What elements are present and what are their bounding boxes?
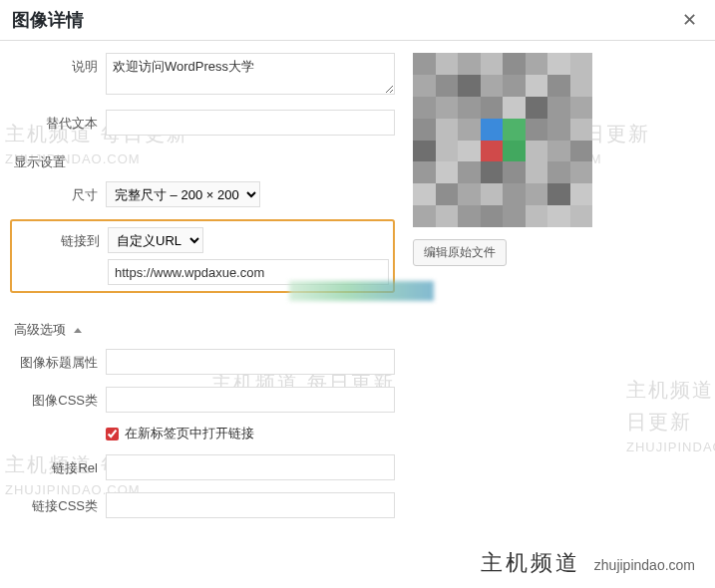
- size-select[interactable]: 完整尺寸 – 200 × 200: [106, 181, 260, 207]
- link-css-label: 链接CSS类: [10, 492, 106, 515]
- modal-title: 图像详情: [12, 8, 84, 32]
- linkto-select[interactable]: 自定义URL: [108, 227, 203, 253]
- size-label: 尺寸: [10, 181, 106, 204]
- image-preview: [413, 53, 592, 227]
- link-rel-label: 链接Rel: [10, 454, 106, 477]
- link-rel-input[interactable]: [106, 454, 395, 480]
- redaction-overlay: [289, 281, 434, 301]
- link-css-input[interactable]: [106, 492, 395, 518]
- alt-input[interactable]: [106, 110, 395, 136]
- title-attr-input[interactable]: [106, 349, 395, 375]
- title-attr-label: 图像标题属性: [10, 349, 106, 372]
- footer-brand: 主机频道 zhujipindao.com: [473, 544, 703, 582]
- newtab-checkbox[interactable]: [106, 428, 119, 441]
- edit-original-button[interactable]: 编辑原始文件: [413, 239, 507, 266]
- close-icon[interactable]: ✕: [676, 9, 703, 31]
- caption-textarea[interactable]: 欢迎访问WordPress大学: [106, 53, 395, 95]
- css-class-label: 图像CSS类: [10, 387, 106, 410]
- modal-header: 图像详情 ✕: [0, 0, 715, 41]
- display-settings-section: 显示设置: [14, 153, 395, 171]
- caret-up-icon: [74, 328, 82, 333]
- linkto-label: 链接到: [12, 227, 108, 250]
- newtab-label[interactable]: 在新标签页中打开链接: [125, 425, 254, 442]
- caption-label: 说明: [10, 53, 106, 76]
- advanced-section[interactable]: 高级选项: [14, 321, 395, 339]
- alt-label: 替代文本: [10, 110, 106, 133]
- css-class-input[interactable]: [106, 387, 395, 413]
